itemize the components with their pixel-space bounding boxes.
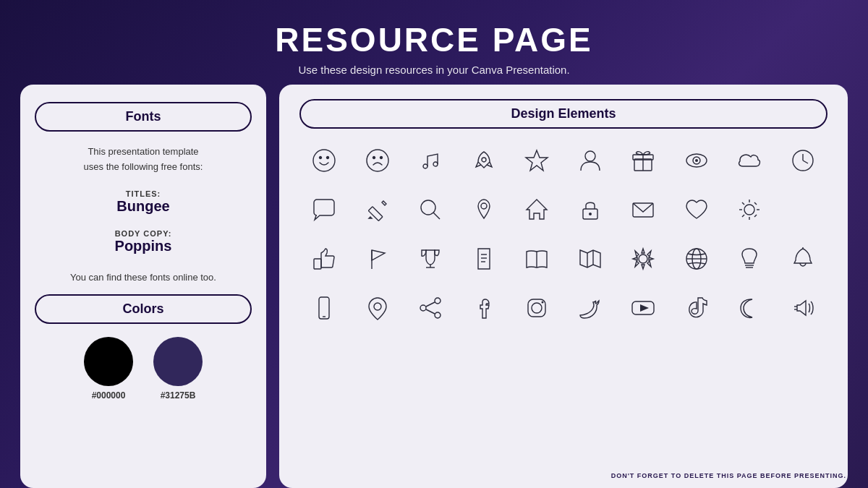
svg-point-7 — [433, 162, 438, 166]
svg-marker-9 — [526, 150, 548, 171]
pencil-icon — [353, 188, 402, 231]
svg-line-22 — [433, 213, 440, 219]
search-icon — [406, 188, 455, 231]
svg-point-58 — [374, 303, 381, 310]
page-header: RESOURCE PAGE Use these design resources… — [275, 0, 592, 85]
share-icon — [406, 286, 455, 330]
svg-marker-68 — [640, 304, 649, 312]
chat-bubble-icon — [299, 188, 349, 231]
user-icon — [566, 139, 615, 182]
svg-point-8 — [482, 158, 486, 162]
facebook-icon — [459, 286, 509, 330]
svg-point-2 — [327, 157, 329, 159]
color-hex-purple: #31275B — [161, 390, 196, 401]
fonts-description: This presentation templateuses the follo… — [84, 145, 203, 175]
twitter-icon — [566, 286, 615, 330]
svg-marker-24 — [527, 200, 547, 219]
design-elements-header: Design Elements — [299, 99, 827, 129]
color-swatch-black: #000000 — [84, 337, 133, 401]
svg-point-61 — [435, 312, 441, 318]
svg-rect-56 — [319, 297, 329, 319]
instagram-icon — [512, 286, 561, 330]
sad-face-icon — [353, 139, 402, 182]
globe-icon — [672, 237, 721, 281]
svg-line-34 — [754, 202, 757, 205]
mail-icon — [618, 188, 668, 231]
book-icon — [512, 237, 561, 281]
star-icon — [512, 139, 561, 182]
heart-icon — [672, 188, 721, 231]
svg-point-16 — [695, 159, 698, 162]
left-panel: Fonts This presentation templateuses the… — [20, 85, 266, 488]
flag-icon — [353, 237, 402, 281]
trophy-icon — [406, 237, 455, 281]
svg-point-60 — [420, 305, 426, 311]
moon-icon — [725, 286, 774, 330]
icons-row-1 — [299, 139, 827, 182]
page-title: RESOURCE PAGE — [275, 20, 592, 59]
svg-line-19 — [803, 160, 808, 163]
document-icon — [459, 237, 509, 281]
megaphone-icon — [778, 286, 827, 330]
body-font-name: Poppins — [115, 238, 172, 254]
footer-note: DON'T FORGET TO DELETE THIS PAGE BEFORE … — [611, 472, 846, 479]
map-icon — [566, 237, 615, 281]
svg-marker-46 — [580, 250, 600, 267]
fonts-badge: Fonts — [35, 102, 252, 132]
bell-icon — [778, 237, 827, 281]
svg-point-28 — [744, 205, 754, 215]
svg-point-65 — [532, 303, 542, 313]
svg-rect-37 — [314, 259, 321, 269]
smiley-icon — [299, 139, 349, 182]
location-pin-icon — [353, 286, 402, 330]
sun-icon — [725, 188, 774, 231]
color-hex-black: #000000 — [92, 390, 126, 401]
svg-point-23 — [481, 203, 487, 209]
pin-icon — [459, 188, 509, 231]
colors-section: Colors #000000 #31275B — [35, 294, 252, 401]
icons-row-3 — [299, 237, 827, 281]
svg-point-1 — [320, 157, 322, 159]
eye-icon — [672, 139, 721, 182]
title-font-item: TITLES: Bungee — [116, 189, 169, 215]
colors-badge: Colors — [35, 294, 252, 324]
thumbsup-icon — [299, 237, 349, 281]
settings-icon — [618, 237, 668, 281]
lightbulb-icon — [725, 237, 774, 281]
svg-point-3 — [367, 150, 388, 171]
svg-line-63 — [426, 309, 435, 314]
svg-point-49 — [639, 254, 647, 263]
design-elements-badge: Design Elements — [299, 99, 827, 129]
title-font-label: TITLES: — [116, 189, 169, 198]
icons-row-4 — [299, 286, 827, 330]
svg-point-0 — [313, 150, 335, 171]
svg-point-4 — [373, 157, 375, 159]
svg-point-10 — [585, 151, 595, 161]
mobile-icon — [299, 286, 349, 330]
rocket-icon — [459, 139, 509, 182]
home-icon — [512, 188, 561, 231]
empty-cell-1 — [778, 188, 827, 231]
color-swatch-purple: #31275B — [153, 337, 203, 401]
cloud-icon — [725, 139, 774, 182]
svg-line-36 — [754, 215, 757, 217]
body-font-item: BODY COPY: Poppins — [115, 229, 172, 254]
svg-point-5 — [380, 157, 382, 159]
svg-marker-39 — [372, 250, 385, 260]
icons-row-2 — [299, 188, 827, 231]
color-circle-purple — [153, 337, 203, 386]
svg-point-59 — [435, 298, 441, 304]
svg-point-26 — [589, 213, 592, 215]
fonts-note: You can find these fonts online too. — [70, 272, 216, 283]
gift-icon — [618, 139, 668, 182]
body-font-label: BODY COPY: — [115, 229, 172, 238]
color-circle-black — [84, 337, 133, 386]
title-font-name: Bungee — [116, 198, 169, 215]
page-subtitle: Use these design resources in your Canva… — [275, 64, 592, 76]
lock-icon — [566, 188, 615, 231]
svg-line-35 — [742, 215, 744, 217]
music-notes-icon — [406, 139, 455, 182]
right-panel: Design Elements — [279, 85, 848, 488]
youtube-icon — [618, 286, 668, 330]
tiktok-icon — [672, 286, 721, 330]
